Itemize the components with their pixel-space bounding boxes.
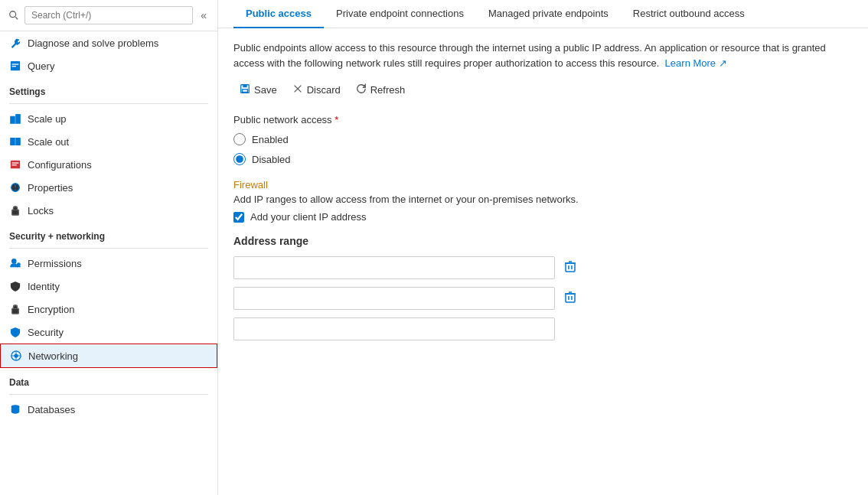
encryption-icon — [9, 303, 21, 315]
sidebar-item-scale-out[interactable]: Scale out — [0, 130, 217, 153]
refresh-icon — [356, 83, 367, 96]
enabled-radio-label: Enabled — [252, 134, 289, 145]
sidebar-item-scale-up[interactable]: Scale up — [0, 107, 217, 130]
wrench-icon — [9, 37, 21, 49]
main-content: Public access Private endpoint connectio… — [218, 0, 868, 495]
tab-bar: Public access Private endpoint connectio… — [218, 0, 868, 28]
sidebar-item-scale-up-label: Scale up — [28, 113, 67, 125]
security-icon — [9, 326, 21, 338]
properties-icon — [9, 181, 21, 194]
external-link-icon: ↗ — [719, 57, 727, 69]
sidebar-item-locks[interactable]: Locks — [0, 199, 217, 222]
lock-icon — [9, 204, 21, 217]
sidebar-item-identity[interactable]: Identity — [0, 275, 217, 298]
sidebar-item-security-label: Security — [28, 327, 64, 338]
delete-address-2-button[interactable] — [561, 289, 579, 308]
svg-rect-31 — [566, 294, 575, 302]
info-text: Public endpoints allow access to this re… — [233, 41, 830, 70]
refresh-label: Refresh — [370, 84, 406, 96]
sidebar: « Diagnose and solve problems Query Sett… — [0, 0, 218, 495]
address-input-2[interactable] — [233, 287, 555, 310]
tab-managed-private[interactable]: Managed private endpoints — [476, 0, 621, 28]
networking-icon — [10, 350, 22, 362]
enabled-radio[interactable] — [233, 133, 246, 145]
sidebar-item-encryption[interactable]: Encryption — [0, 298, 217, 321]
firewall-description: Add IP ranges to allow access from the i… — [233, 194, 853, 205]
firewall-section: Firewall Add IP ranges to allow access f… — [233, 179, 853, 223]
disabled-radio-item[interactable]: Disabled — [233, 153, 853, 165]
sidebar-item-diagnose[interactable]: Diagnose and solve problems — [0, 31, 217, 54]
disabled-radio[interactable] — [233, 153, 246, 165]
sidebar-item-encryption-label: Encryption — [28, 304, 74, 315]
permissions-icon — [9, 257, 21, 269]
sidebar-item-diagnose-label: Diagnose and solve problems — [28, 37, 158, 49]
config-icon — [9, 158, 21, 171]
svg-rect-11 — [12, 164, 17, 165]
identity-icon — [9, 280, 21, 292]
svg-rect-6 — [16, 115, 20, 123]
enabled-radio-item[interactable]: Enabled — [233, 133, 853, 145]
sidebar-item-permissions[interactable]: Permissions — [0, 252, 217, 275]
client-ip-checkbox-label: Add your client IP address — [250, 211, 367, 223]
sidebar-item-databases-label: Databases — [28, 404, 75, 415]
tab-restrict-outbound[interactable]: Restrict outbound access — [621, 0, 757, 28]
address-range-title: Address range — [233, 235, 853, 247]
sidebar-item-query[interactable]: Query — [0, 54, 217, 77]
address-row-2 — [233, 287, 853, 310]
address-row-1 — [233, 256, 853, 279]
svg-rect-10 — [12, 162, 19, 163]
settings-section-label: Settings — [0, 77, 217, 100]
svg-point-16 — [12, 259, 16, 263]
sidebar-item-query-label: Query — [28, 60, 54, 72]
sidebar-item-locks-label: Locks — [28, 205, 54, 217]
svg-rect-27 — [566, 263, 575, 272]
svg-rect-4 — [12, 66, 16, 67]
address-range-section: Address range — [233, 235, 853, 340]
address-input-1[interactable] — [233, 256, 555, 279]
client-ip-checkbox[interactable] — [233, 212, 244, 223]
svg-rect-7 — [11, 138, 15, 145]
address-input-3[interactable] — [233, 318, 555, 340]
search-icon — [8, 9, 20, 21]
svg-line-1 — [15, 17, 18, 19]
query-icon — [9, 60, 21, 72]
toolbar: Save Discard Refresh — [233, 80, 853, 100]
sidebar-item-properties[interactable]: Properties — [0, 176, 217, 199]
scale-up-icon — [9, 112, 21, 125]
collapse-sidebar-button[interactable]: « — [197, 8, 210, 23]
sidebar-search-container: « — [0, 0, 217, 31]
svg-rect-5 — [11, 116, 15, 123]
databases-icon — [9, 403, 21, 415]
sidebar-item-identity-label: Identity — [28, 281, 60, 292]
security-networking-section-label: Security + networking — [0, 222, 217, 245]
sidebar-item-configurations-label: Configurations — [28, 159, 92, 171]
sidebar-item-properties-label: Properties — [28, 182, 73, 194]
sidebar-item-configurations[interactable]: Configurations — [0, 153, 217, 176]
svg-rect-26 — [243, 90, 248, 93]
svg-rect-8 — [16, 138, 20, 145]
tab-private-endpoint[interactable]: Private endpoint connections — [324, 0, 476, 28]
firewall-title: Firewall — [233, 179, 853, 191]
discard-label: Discard — [307, 84, 341, 96]
refresh-button[interactable]: Refresh — [350, 80, 412, 100]
sidebar-item-scale-out-label: Scale out — [28, 136, 69, 148]
svg-rect-18 — [12, 308, 19, 314]
content-area: Public endpoints allow access to this re… — [218, 28, 868, 495]
search-input[interactable] — [24, 6, 193, 24]
sidebar-item-databases[interactable]: Databases — [0, 398, 217, 421]
tab-public-access[interactable]: Public access — [233, 0, 324, 28]
svg-rect-15 — [12, 210, 19, 215]
sidebar-item-security[interactable]: Security — [0, 321, 217, 344]
svg-point-0 — [10, 11, 16, 18]
learn-more-link[interactable]: Learn More ↗ — [665, 57, 727, 69]
sidebar-item-permissions-label: Permissions — [28, 258, 82, 269]
network-access-radio-group: Enabled Disabled — [233, 133, 853, 165]
data-section-label: Data — [0, 368, 217, 391]
save-button[interactable]: Save — [233, 80, 283, 100]
save-icon — [240, 83, 250, 96]
delete-address-1-button[interactable] — [561, 259, 579, 277]
sidebar-item-networking[interactable]: Networking — [0, 344, 217, 368]
disabled-radio-label: Disabled — [252, 154, 291, 165]
discard-button[interactable]: Discard — [286, 80, 347, 100]
client-ip-checkbox-item[interactable]: Add your client IP address — [233, 211, 853, 223]
